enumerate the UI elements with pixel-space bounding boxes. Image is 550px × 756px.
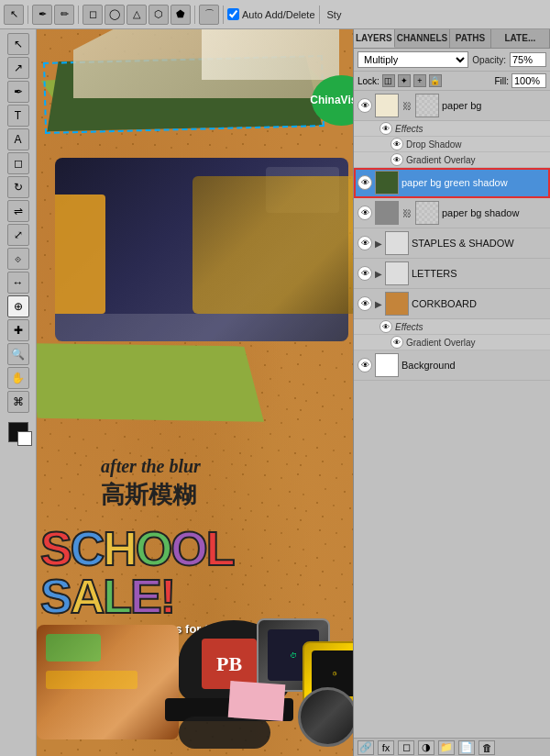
tab-layers[interactable]: LAYERS: [354, 29, 395, 48]
auto-add-delete-checkbox[interactable]: [227, 8, 239, 20]
toolbar-shape5-icon[interactable]: ⬟: [170, 5, 191, 25]
eye-paper-bg[interactable]: 👁: [358, 98, 372, 113]
toolbar-shape4-icon[interactable]: ⬡: [148, 5, 169, 25]
tool-width[interactable]: ↔: [7, 272, 29, 294]
lock-image-icon[interactable]: ✦: [398, 74, 411, 87]
eye-paper-bg-shadow[interactable]: 👁: [358, 206, 372, 220]
tab-channels[interactable]: CHANNELS: [395, 29, 451, 48]
bottom-shoe-left: [37, 625, 179, 739]
mask-paper-bg: [415, 94, 439, 117]
name-paper-bg-shadow: paper bg shadow: [442, 207, 519, 218]
letter-sa: S: [40, 570, 71, 623]
tool-warp[interactable]: ⟐: [7, 248, 29, 270]
top-toolbar: ↖ ✒ ✏ ◻ ◯ △ ⬡ ⬟ ⌒ Auto Add/Delete Sty: [0, 0, 550, 29]
letter-excl: !: [160, 570, 174, 623]
shoe-green-accent: [46, 634, 101, 662]
paper-green-mid-shape: [37, 335, 268, 429]
corkboard-arrow[interactable]: ▶: [375, 299, 382, 309]
toolbar-sep-3: [194, 6, 195, 24]
toolbar-arrow-icon[interactable]: ↖: [4, 5, 24, 25]
eye-drop-shadow[interactable]: 👁: [390, 138, 403, 150]
toolbar-pen-icon[interactable]: ✒: [32, 5, 52, 25]
layer-group-corkboard[interactable]: 👁 ▶ CORKBOARD: [354, 289, 550, 319]
tool-select[interactable]: ↖: [7, 33, 29, 55]
layer-group-letters[interactable]: 👁 ▶ LETTERS: [354, 259, 550, 289]
lock-row: Lock: ◫ ✦ + 🔒 Fill:: [354, 72, 550, 91]
lock-all-icon[interactable]: 🔒: [429, 74, 442, 87]
thumb-paper-bg: [375, 94, 399, 117]
opacity-row: Opacity:: [472, 52, 546, 67]
tool-hand[interactable]: ✋: [7, 367, 29, 389]
layer-paper-bg[interactable]: 👁 ⛓ paper bg: [354, 91, 550, 121]
lock-transparent-icon[interactable]: ◫: [382, 74, 395, 87]
toolbar-sep-1: [28, 6, 28, 24]
tool-rect[interactable]: ◻: [7, 152, 29, 174]
eye-corkboard[interactable]: 👁: [358, 296, 372, 311]
blur-text-english: after the blur: [101, 456, 201, 477]
layers-adj-btn[interactable]: ◑: [418, 740, 434, 755]
layers-new-btn[interactable]: 📄: [458, 740, 475, 755]
layers-delete-btn[interactable]: 🗑: [478, 740, 495, 755]
effects-corkboard: 👁 Effects: [354, 319, 550, 335]
toolbar-pen2-icon[interactable]: ✏: [54, 5, 74, 25]
name-staples: STAPLES & SHADOW: [412, 238, 514, 249]
name-paper-bg: paper bg: [442, 100, 481, 111]
toolbar-shape3-icon[interactable]: △: [126, 5, 147, 25]
blend-mode-row: Multiply Normal Screen Overlay Opacity:: [354, 49, 550, 72]
effect-drop-shadow[interactable]: 👁 Drop Shadow: [354, 137, 550, 152]
eye-staples[interactable]: 👁: [358, 236, 372, 250]
layers-tabs: LAYERS CHANNELS PATHS LATE...: [354, 29, 550, 49]
tool-direct-select[interactable]: ↗: [7, 57, 29, 79]
tool-scale[interactable]: ⤢: [7, 224, 29, 246]
opacity-input[interactable]: [510, 52, 546, 67]
eye-gradient-overlay-1[interactable]: 👁: [390, 153, 403, 166]
foreground-color[interactable]: [8, 422, 28, 442]
toolbar-shape1-icon[interactable]: ◻: [82, 5, 103, 25]
tool-rotate[interactable]: ↻: [7, 176, 29, 198]
eye-paper-bg-green[interactable]: 👁: [358, 175, 372, 190]
tool-pen[interactable]: ✒: [7, 81, 29, 103]
thumb-corkboard: [385, 292, 409, 316]
lock-position-icon[interactable]: +: [413, 74, 426, 87]
tool-type[interactable]: T: [7, 105, 29, 127]
eye-background[interactable]: 👁: [358, 358, 372, 372]
tool-measure[interactable]: ✚: [7, 319, 29, 341]
tool-path-select[interactable]: A: [7, 128, 29, 150]
style-label: Sty: [327, 9, 342, 20]
eye-letters[interactable]: 👁: [358, 266, 372, 281]
letter-c: C: [71, 522, 104, 575]
layer-group-staples[interactable]: 👁 ▶ STAPLES & SHADOW: [354, 228, 550, 259]
link-paper-bg: ⛓: [402, 96, 412, 115]
eye-gradient-overlay-corkboard[interactable]: 👁: [390, 336, 403, 349]
layer-paper-bg-green-shadow[interactable]: 👁 paper bg green shadow: [354, 168, 550, 198]
tool-zoom[interactable]: 🔍: [7, 343, 29, 365]
layer-background[interactable]: 👁 Background: [354, 350, 550, 381]
tool-mirror[interactable]: ⇌: [7, 200, 29, 222]
layers-fx-btn[interactable]: fx: [378, 740, 394, 755]
layers-link-btn[interactable]: 🔗: [358, 740, 374, 755]
effect-gradient-overlay-corkboard[interactable]: 👁 Gradient Overlay: [354, 335, 550, 350]
background-color[interactable]: [17, 431, 32, 446]
letter-a: A: [71, 570, 104, 623]
toolbar-shape2-icon[interactable]: ◯: [104, 5, 125, 25]
tab-paths[interactable]: PATHS: [450, 29, 491, 48]
letters-arrow[interactable]: ▶: [375, 269, 382, 279]
layer-paper-bg-shadow[interactable]: 👁 ⛓ paper bg shadow: [354, 198, 550, 228]
sneaker-sole-top: [202, 29, 339, 80]
blend-mode-select[interactable]: Multiply Normal Screen Overlay: [358, 51, 468, 68]
eye-effects-corkboard[interactable]: 👁: [380, 320, 392, 333]
layers-mask-btn[interactable]: ◻: [398, 740, 414, 755]
toolbar-sep-4: [223, 6, 224, 24]
effect-gradient-overlay-1[interactable]: 👁 Gradient Overlay: [354, 152, 550, 168]
thumb-staples: [385, 231, 409, 255]
tab-late[interactable]: LATE...: [491, 29, 550, 48]
layers-folder-btn[interactable]: 📁: [438, 740, 455, 755]
tool-blob[interactable]: ⌘: [7, 391, 29, 413]
name-paper-bg-green-shadow: paper bg green shadow: [402, 177, 508, 188]
tool-eyedropper[interactable]: ⊕: [7, 295, 29, 317]
fill-input[interactable]: [512, 73, 546, 88]
staples-arrow[interactable]: ▶: [375, 239, 382, 249]
toolbar-path-icon[interactable]: ⌒: [199, 5, 219, 25]
mask-paper-bg-shadow: [415, 201, 439, 225]
eye-effects-paper-bg[interactable]: 👁: [380, 122, 392, 135]
